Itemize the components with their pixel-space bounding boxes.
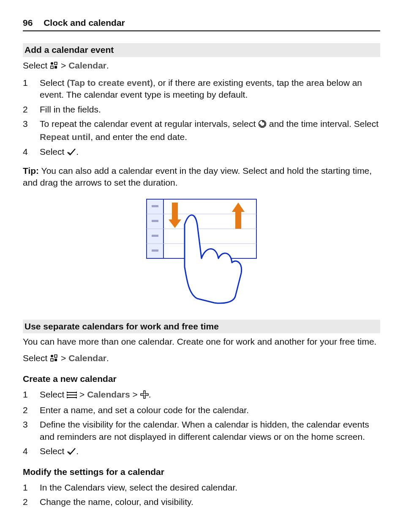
step-number: 2 — [23, 496, 40, 508]
step-item: 1 In the Calendars view, select the desi… — [23, 482, 380, 494]
select-calendar-line-2: Select > Calendar. — [23, 352, 380, 365]
step-body: In the Calendars view, select the desire… — [40, 482, 380, 494]
modify-calendar-heading: Modify the settings for a calendar — [23, 466, 380, 478]
svg-rect-14 — [172, 203, 178, 219]
step-body: Define the visibility for the calendar. … — [40, 419, 380, 443]
create-calendar-steps: 1 Select > Calendars > — [23, 389, 380, 459]
step-body: Select > Calendars > — [40, 389, 380, 402]
step-item: 4 Select . — [23, 445, 380, 458]
step-body: Select . — [40, 146, 380, 159]
create-calendar-heading: Create a new calendar — [23, 373, 380, 385]
step-item: 3 Define the visibility for the calendar… — [23, 419, 380, 443]
repeat-icon — [258, 119, 267, 131]
tip-text: You can also add a calendar event in the… — [23, 166, 372, 187]
menu-apps-icon — [50, 354, 58, 365]
repeat-until-label: Repeat until — [40, 132, 90, 142]
gt-separator: > — [61, 60, 68, 70]
chapter-title: Clock and calendar — [44, 18, 125, 27]
step-body: To repeat the calendar event at regular … — [40, 118, 380, 143]
step-number: 4 — [23, 445, 40, 458]
step-body: Select (Tap to create event), or if ther… — [40, 77, 380, 101]
page-header: 96 Clock and calendar — [23, 17, 380, 31]
select-text: Select — [23, 353, 50, 363]
section-heading-separate-calendars: Use separate calendars for work and free… — [23, 320, 380, 333]
step-number: 1 — [23, 389, 40, 402]
calendar-label: Calendar — [68, 60, 106, 70]
step-number: 2 — [23, 104, 40, 115]
svg-point-0 — [51, 62, 53, 65]
step-item: 3 To repeat the calendar event at regula… — [23, 118, 380, 143]
section-heading-add-event: Add a calendar event — [23, 43, 380, 57]
separate-calendars-intro: You can have more than one calendar. Cre… — [23, 336, 380, 348]
page-number: 96 — [23, 18, 33, 27]
select-calendar-line: Select > Calendar. — [23, 60, 380, 73]
add-event-steps: 1 Select (Tap to create event), or if th… — [23, 77, 380, 159]
step-body: Enter a name, and set a colour code for … — [40, 404, 380, 416]
checkmark-icon — [67, 447, 76, 458]
period: . — [106, 353, 109, 363]
svg-rect-17 — [54, 355, 57, 357]
step-item: 2 Fill in the fields. — [23, 104, 380, 115]
svg-point-16 — [51, 355, 53, 357]
step-number: 4 — [23, 146, 40, 159]
step-number: 1 — [23, 482, 40, 494]
step-item: 1 Select > Calendars > — [23, 389, 380, 402]
svg-rect-18 — [51, 359, 53, 361]
step-item: 4 Select . — [23, 146, 380, 159]
step-item: 2 Change the name, colour, and visibilit… — [23, 496, 380, 508]
svg-rect-12 — [152, 235, 158, 237]
drag-duration-figure — [23, 195, 380, 308]
svg-rect-11 — [152, 220, 158, 222]
tip-paragraph: Tip: You can also add a calendar event i… — [23, 165, 380, 189]
svg-rect-13 — [152, 250, 158, 252]
svg-rect-3 — [54, 66, 57, 69]
tap-to-create-label: (Tap to create event) — [67, 78, 153, 88]
calendars-label: Calendars — [87, 389, 130, 399]
tip-label: Tip: — [23, 166, 39, 176]
step-body: Change the name, colour, and visibility. — [40, 496, 380, 508]
svg-rect-25 — [144, 394, 145, 395]
step-number: 2 — [23, 404, 40, 416]
menu-apps-icon — [50, 61, 58, 73]
step-item: 2 Enter a name, and set a colour code fo… — [23, 404, 380, 416]
checkmark-icon — [67, 147, 76, 159]
svg-rect-19 — [54, 359, 57, 361]
svg-rect-2 — [51, 66, 53, 69]
step-item: 1 Select (Tap to create event), or if th… — [23, 77, 380, 101]
step-number: 3 — [23, 118, 40, 143]
step-number: 1 — [23, 77, 40, 101]
step-number: 3 — [23, 419, 40, 443]
select-text: Select — [23, 60, 50, 70]
options-menu-icon — [67, 390, 77, 402]
calendar-label: Calendar — [68, 353, 106, 363]
svg-rect-15 — [235, 212, 241, 229]
step-body: Select . — [40, 445, 380, 458]
svg-rect-10 — [152, 205, 158, 207]
step-body: Fill in the fields. — [40, 104, 380, 115]
gt-separator: > — [61, 353, 68, 363]
modify-calendar-steps: 1 In the Calendars view, select the desi… — [23, 482, 380, 508]
svg-rect-1 — [54, 62, 57, 65]
plus-icon — [140, 390, 149, 402]
period: . — [106, 60, 109, 70]
